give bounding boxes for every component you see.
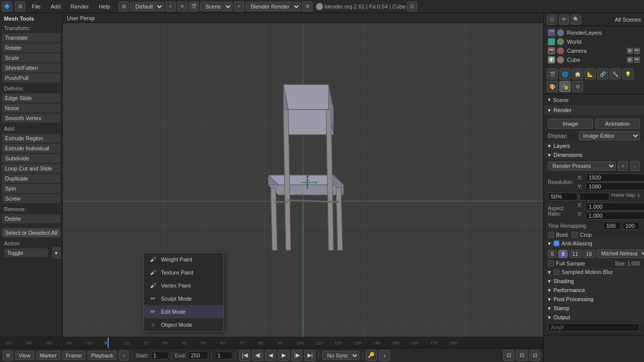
performance-title[interactable]: Performance (544, 286, 644, 295)
select-deselect-btn[interactable]: Select or Deselect All (2, 228, 60, 237)
image-btn[interactable]: Image (548, 119, 593, 129)
mode-vertex-paint[interactable]: 🖌 Vertex Paint (144, 279, 223, 292)
res-y-input[interactable] (586, 183, 644, 191)
delete-btn[interactable]: Delete (2, 214, 60, 223)
full-sample-checkbox[interactable] (548, 260, 554, 266)
screw-btn[interactable]: Screw (2, 194, 60, 203)
shrink-fatten-btn[interactable]: Shrink/Fatten (2, 63, 60, 72)
shading-title[interactable]: Shading (544, 277, 644, 286)
start-input[interactable] (151, 351, 169, 359)
aa-filter-select[interactable]: Mitchell-Netrava (597, 249, 644, 258)
window-icon[interactable]: ⊞ (15, 2, 25, 12)
stamp-title[interactable]: Stamp (544, 304, 644, 313)
noise-btn[interactable]: Noise (2, 104, 60, 113)
spin-btn[interactable]: Spin (2, 184, 60, 193)
tree-render-layers[interactable]: 🎬 RenderLayers (544, 28, 644, 37)
prop-data[interactable]: 💡 (622, 68, 633, 79)
outliner-icon[interactable]: ⊡ (547, 15, 557, 25)
mode-sculpt[interactable]: ✂ Sculpt Mode (144, 292, 223, 305)
cube-vis[interactable]: 👁 (627, 57, 633, 63)
motion-blur-title[interactable]: Sampled Motion Blur (544, 267, 644, 277)
aa-checkbox[interactable] (553, 240, 559, 246)
engine-settings[interactable]: ⚙ (302, 2, 312, 12)
pct-input[interactable] (548, 193, 578, 201)
duplicate-btn[interactable]: Duplicate (2, 174, 60, 183)
tree-camera[interactable]: 📷 Camera 👁 📷 (544, 46, 644, 55)
res-x-input[interactable] (586, 173, 644, 182)
aa-check-label[interactable]: Anti-Aliasing (553, 240, 592, 246)
aa-title[interactable]: Anti-Aliasing (544, 239, 644, 248)
cam-vis[interactable]: 👁 (627, 48, 633, 54)
prop-world[interactable]: 🏠 (572, 68, 583, 79)
search-btn-r[interactable]: 🔍 (571, 15, 581, 25)
rotate-btn[interactable]: Rotate (2, 43, 60, 52)
timeline-icon[interactable]: ⊞ (3, 350, 13, 360)
subdivide-btn[interactable]: Subdivide (2, 154, 60, 163)
render-presets-select[interactable]: Render Presets (548, 161, 616, 170)
marker-btn[interactable]: Marker (36, 351, 60, 360)
frame-input[interactable] (215, 351, 232, 359)
aa-8[interactable]: 8 (558, 250, 568, 258)
layout-remove[interactable]: ✕ (177, 2, 187, 12)
asp-y-input[interactable] (586, 212, 644, 220)
view-btn-r[interactable]: 👁 (559, 15, 569, 25)
prop-object[interactable]: 📐 (585, 68, 596, 79)
layout-select[interactable]: Default (130, 2, 164, 11)
full-sample-check[interactable]: Full Sample (548, 260, 585, 266)
presets-add[interactable]: + (618, 161, 628, 171)
blender-logo[interactable]: 🔷 (2, 2, 12, 12)
aa-11[interactable]: 11 (569, 250, 581, 258)
jump-end-btn[interactable]: ▶| (304, 350, 315, 361)
edge-slide-btn[interactable]: Edge Slide (2, 94, 60, 103)
scene-add[interactable]: + (234, 2, 244, 12)
toggle-btn[interactable]: Toggle (4, 248, 48, 257)
playback-btn[interactable]: Playback (88, 351, 117, 360)
mode-object[interactable]: ○ Object Mode (144, 318, 223, 331)
post-processing-title[interactable]: Post Processing (544, 295, 644, 304)
mode-weight-paint[interactable]: 🖌 Weight Paint (144, 253, 223, 266)
prop-modifier[interactable]: 🔧 (610, 68, 621, 79)
render-section-title[interactable]: Render (544, 105, 644, 115)
prop-render[interactable]: 🎬 (547, 68, 558, 79)
frame-btn[interactable]: Frame (62, 351, 86, 360)
motion-blur-checkbox[interactable] (553, 269, 559, 275)
render-type-icon[interactable]: 🎬 (189, 2, 199, 12)
motion-blur-check[interactable]: Sampled Motion Blur (553, 269, 613, 275)
animation-btn[interactable]: Animation (595, 119, 640, 129)
menu-file[interactable]: File (28, 3, 44, 11)
viewport[interactable]: User Persp (63, 13, 543, 362)
mode-texture-paint[interactable]: 🖌 Texture Paint (144, 266, 223, 279)
step-input[interactable] (580, 193, 609, 201)
remap-new[interactable] (622, 222, 640, 230)
bord-checkbox[interactable] (548, 232, 554, 238)
display-select[interactable]: Image Editor (579, 131, 640, 140)
extrude-region-btn[interactable]: Extrude Region (2, 134, 60, 143)
menu-render[interactable]: Render (67, 3, 92, 11)
extra-btn2[interactable]: ⊡ (516, 350, 527, 361)
smooth-vertex-btn[interactable]: Smooth Vertex (2, 114, 60, 123)
ampl-input[interactable] (548, 323, 640, 331)
step-back-btn[interactable]: ◀| (252, 350, 263, 361)
layers-title[interactable]: Layers (544, 141, 644, 150)
end-input[interactable] (188, 351, 208, 359)
tree-cube[interactable]: 🧊 Cube 👁 📷 (544, 55, 644, 64)
tree-world[interactable]: 🌐 World (544, 37, 644, 46)
cube-render[interactable]: 📷 (634, 57, 640, 63)
remap-old[interactable] (603, 222, 621, 230)
toggle-dropdown[interactable]: ▾ (52, 247, 60, 258)
aa-5[interactable]: 5 (548, 250, 557, 258)
output-title[interactable]: Output (544, 313, 644, 322)
bord-check[interactable]: Bord (548, 232, 568, 238)
crop-checkbox[interactable] (572, 232, 578, 238)
view-btn-t[interactable]: View (15, 351, 34, 360)
audio-sync-btn[interactable]: ♪ (379, 350, 390, 361)
translate-btn[interactable]: Translate (2, 33, 60, 42)
aa-16[interactable]: 16 (583, 250, 595, 258)
play-back-btn[interactable]: ◀ (265, 350, 276, 361)
mode-edit[interactable]: ✏ Edit Mode (144, 305, 223, 318)
jump-start-btn[interactable]: |◀ (239, 350, 250, 361)
cam-render[interactable]: 📷 (634, 48, 640, 54)
extra-btn1[interactable]: ⊡ (503, 350, 514, 361)
prop-scene[interactable]: 🌐 (559, 68, 571, 79)
engine-select[interactable]: Blender Render (246, 2, 301, 11)
